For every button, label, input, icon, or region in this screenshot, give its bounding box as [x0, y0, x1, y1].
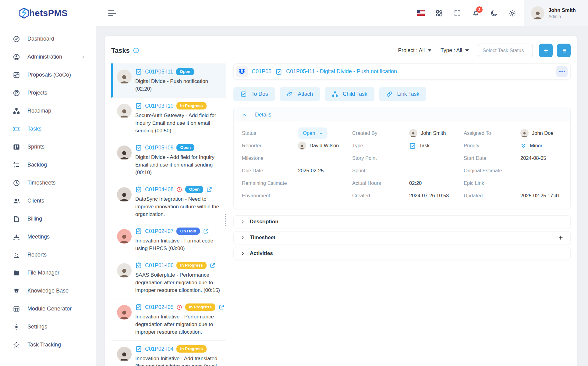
status-dropdown[interactable]: Open [298, 127, 327, 139]
sidebar-item-settings[interactable]: Settings [0, 318, 96, 336]
info-icon[interactable] [133, 47, 139, 54]
field-label: Created [352, 189, 409, 202]
attach-label: Attach [298, 91, 313, 97]
sidebar-item-billing[interactable]: Billing [0, 210, 96, 228]
sidebar-item-meetings[interactable]: Meetings [0, 228, 96, 246]
todos-button[interactable]: To Dos [233, 87, 275, 101]
field-label: Remaining Estimate [242, 177, 298, 189]
task-id-link[interactable]: C01P05-I11 [145, 69, 173, 75]
language-flag-icon[interactable] [417, 10, 425, 16]
dropbox-icon [236, 66, 248, 77]
task-id-link[interactable]: C01P04-I08 [145, 186, 173, 193]
gear-icon [13, 323, 20, 331]
sidebar-item-tasks[interactable]: Tasks [0, 120, 96, 138]
add-task-button[interactable] [539, 44, 553, 57]
assignee-avatar [117, 187, 132, 202]
status-badge: In Progress [176, 102, 206, 109]
brand-logo[interactable]: hetsPMS [0, 0, 96, 26]
child-task-button[interactable]: Child Task [325, 87, 374, 101]
sidebar-item-administration[interactable]: Administration [0, 48, 96, 66]
sidebar-item-clients[interactable]: Clients [0, 192, 96, 210]
link-task-button[interactable]: Link Task [379, 87, 427, 101]
sidebar-item-backlog[interactable]: Backlog [0, 156, 96, 174]
project-filter-dropdown[interactable]: Project : All [398, 47, 431, 54]
reporter-avatar [298, 142, 306, 150]
fullscreen-icon[interactable] [454, 9, 461, 17]
description-section-title: Description [250, 219, 278, 225]
task-id-link[interactable]: C01P02-I07 [145, 228, 173, 235]
open-task-icon[interactable] [210, 262, 216, 268]
open-task-icon[interactable] [203, 228, 209, 234]
sidebar-item-task-tracking[interactable]: Task Tracking [0, 336, 96, 354]
notifications-bell-icon[interactable]: 2 [472, 9, 480, 17]
topbar-icons: 2 [417, 9, 516, 17]
task-list-item[interactable]: C01P02-I07 On Hold Innovation Initiative… [111, 223, 226, 257]
panel-resize-handle[interactable] [224, 213, 227, 227]
dark-mode-moon-icon[interactable] [490, 9, 498, 17]
task-list-item[interactable]: C01P01-I06 In Progress SAAS Boilerplate … [111, 257, 226, 299]
task-title: Innovation Initiative - Performance degr… [135, 313, 222, 336]
sidebar-item-label: Roadmap [27, 108, 51, 114]
document-icon [13, 215, 20, 223]
timesheet-section-header[interactable]: Timesheet [233, 231, 571, 244]
task-type-icon [275, 68, 282, 75]
created-value: 2024-07-26 10:53 [409, 189, 464, 202]
open-task-icon[interactable] [218, 304, 225, 310]
sidebar-item-proposals[interactable]: Proposals (CoCo) [0, 66, 96, 84]
main-area: 2 John Smith Admin [96, 0, 588, 366]
menu-toggle-icon[interactable] [108, 10, 117, 16]
sidebar-item-reports[interactable]: Reports [0, 246, 96, 264]
more-actions-button[interactable] [556, 66, 568, 77]
graduation-cap-icon [13, 287, 20, 295]
project-code-link[interactable]: C01P05 [252, 68, 271, 75]
sidebar-item-sprints[interactable]: Sprints [0, 138, 96, 156]
link-icon [386, 91, 393, 97]
description-section-header[interactable]: Description [233, 215, 571, 228]
add-timesheet-icon[interactable] [558, 235, 564, 241]
task-status-select-input[interactable] [478, 44, 533, 57]
type-filter-dropdown[interactable]: Type : All [441, 47, 469, 54]
list-view-button[interactable] [557, 44, 571, 57]
task-id-link[interactable]: C01P03-I10 [145, 103, 173, 109]
assigned-to-value: John Doe [532, 130, 554, 136]
sidebar-item-timesheets[interactable]: Timesheets [0, 174, 96, 192]
tasks-card: Tasks Project : All Type : All [105, 36, 577, 366]
task-filters: Project : All Type : All [398, 44, 571, 57]
open-task-icon[interactable] [206, 186, 212, 192]
todos-label: To Dos [251, 91, 268, 97]
assignee-avatar [117, 347, 132, 361]
apps-grid-icon[interactable] [435, 9, 443, 17]
task-list-item[interactable]: C01P02-I04 In Progress Innovation Initia… [111, 341, 226, 366]
task-id-link[interactable]: C01P02-I05 [145, 304, 173, 310]
user-menu[interactable]: John Smith Admin [524, 0, 588, 26]
sidebar-item-knowledge-base[interactable]: Knowledge Base [0, 282, 96, 300]
settings-gear-icon[interactable] [508, 9, 516, 17]
field-label: Reporter [242, 139, 298, 152]
task-title-link[interactable]: C01P05-I11 - Digital Divide - Push notif… [286, 68, 397, 75]
task-id-link[interactable]: C01P05-I09 [145, 145, 173, 151]
dashboard-icon [13, 35, 20, 43]
task-list-item[interactable]: C01P03-I10 In Progress SecureAuth Gatewa… [111, 98, 226, 139]
task-list-item[interactable]: C01P04-I08 Open DataSync Integration - N… [111, 181, 226, 223]
field-label: Environment [242, 189, 298, 202]
sidebar-item-file-manager[interactable]: File Manager [0, 264, 96, 282]
timesheet-section-title: Timesheet [250, 235, 275, 241]
task-id-link[interactable]: C01P01-I06 [145, 262, 173, 269]
task-list-item[interactable]: C01P05-I11 Open Digital Divide - Push no… [111, 63, 226, 98]
task-title: Innovation Initiative - Format code usin… [135, 237, 222, 252]
sidebar-item-projects[interactable]: Projects [0, 84, 96, 102]
task-list-item[interactable]: C01P05-I09 Open Digital Divide - Add fie… [111, 139, 226, 181]
field-label: Milestone [242, 152, 298, 164]
paperclip-icon [287, 91, 293, 97]
sidebar-item-roadmap[interactable]: Roadmap [0, 102, 96, 120]
sidebar-item-dashboard[interactable]: Dashboard [0, 30, 96, 48]
field-label: Due Date [242, 164, 298, 177]
task-list-item[interactable]: C01P02-I05 In Progress Innovation Initia… [111, 299, 226, 341]
field-label: Status [242, 127, 298, 139]
activities-section-header[interactable]: Activities [233, 247, 571, 260]
chevron-right-icon [240, 251, 245, 256]
attach-button[interactable]: Attach [280, 87, 320, 101]
task-id-link[interactable]: C01P02-I04 [145, 346, 173, 352]
sidebar-item-module-generator[interactable]: Module Generator [0, 300, 96, 318]
details-section-header[interactable]: Details [234, 108, 570, 122]
